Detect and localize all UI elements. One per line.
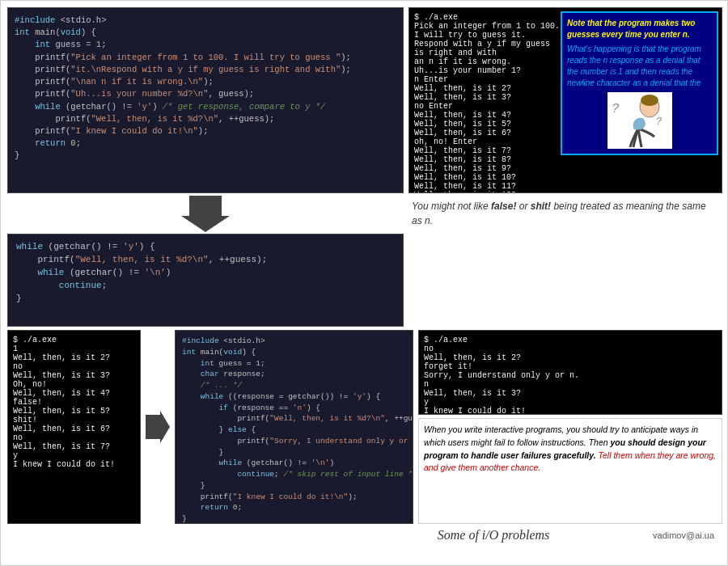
terminal-line: Well, then, is it 2? [414,84,564,93]
bottom-mid-code-block: #include <stdio.h> int main(void) { int … [175,330,413,524]
terminal-line: Well, then, is it 7? [13,442,135,451]
middle-right-spacer [408,234,722,327]
top-code-block: #include <stdio.h> int main(void) { int … [7,7,404,193]
terminal-line: n [424,380,717,389]
terminal-line: Uh...is your number 1? [414,66,564,75]
terminal-line: Sorry, I understand only y or n. [424,371,717,380]
terminal-line: Oh, no! [13,380,135,389]
terminal-line: Well, then, is it 10? [414,173,564,182]
terminal-line: Well, then, is it 12? [414,191,564,193]
terminal-line: Well, then, is it 4? [414,111,564,120]
caption-row: Some of i/O problems vadimov@ai.ua [7,524,722,547]
person-thinking-image: ? ? [607,92,672,149]
svg-text:?: ? [656,116,662,128]
terminal-line: $ ./a.exe [13,336,135,344]
page-email: vadimov@ai.ua [653,530,714,540]
terminal-line: Well, then, is it 3? [424,389,717,398]
terminal-line: no [13,362,135,371]
italic-note-middle: You might not like false! or shit! being… [404,199,722,228]
terminal-top-lines: $ ./a.exe Pick an integer from 1 to 100.… [414,13,564,193]
terminal-line: n Enter [414,75,564,84]
terminal-line: Well, then, is it 5? [414,120,564,129]
page-caption: Some of i/O problems [334,528,653,543]
terminal-line: no [13,433,135,442]
middle-code-block: while (getchar() != 'y') { printf("Well,… [7,234,404,327]
top-row: #include <stdio.h> int main(void) { int … [7,7,722,193]
terminal-line: y [13,451,135,460]
bottom-right-area: $ ./a.exe no Well, then, is it 2? forget… [418,330,722,524]
terminal-line: false! [13,398,135,407]
note-title: Note that the program makes two guesses … [567,18,712,40]
terminal-line: I knew I could do it! [13,460,135,469]
svg-point-2 [641,95,658,106]
terminal-line: Pick an integer from 1 to 100. I will tr… [414,22,564,40]
terminal-line: Well, then, is it 2? [13,353,135,362]
terminal-bottom-left: $ ./a.exe 1 Well, then, is it 2? no Well… [7,330,141,524]
svg-text:?: ? [612,102,620,116]
terminal-line: Well, then, is it 2? [424,353,717,362]
terminal-bottom-right: $ ./a.exe no Well, then, is it 2? forget… [418,330,722,415]
terminal-line: Well, then, is it 3? [414,93,564,102]
terminal-line: $ ./a.exe [414,13,564,22]
terminal-line: no [424,344,717,353]
terminal-line: Well, then, is it 6? [13,424,135,433]
terminal-line: 1 [13,344,135,353]
middle-row: while (getchar() != 'y') { printf("Well,… [7,234,722,327]
terminal-line: Well, then, is it 11? [414,182,564,191]
terminal-line: y [424,398,717,407]
terminal-line: shit! [13,416,135,424]
arrow-right-container [146,330,170,524]
terminal-line: forget it! [424,362,717,371]
main-container: #include <stdio.h> int main(void) { int … [1,1,728,566]
terminal-line: Well, then, is it 4? [13,389,135,398]
terminal-line: an n if it is wrong. [414,57,564,66]
note-body: What's happening is that the program rea… [567,44,712,89]
terminal-line: Well, then, is it 7? [414,146,564,155]
bottom-row: $ ./a.exe 1 Well, then, is it 2? no Well… [7,330,722,524]
terminal-line: Well, then, is it 5? [13,407,135,416]
terminal-line: no Enter [414,102,564,111]
arrow-down-container [7,196,404,232]
terminal-line: oh, no! Enter [414,137,564,146]
terminal-line: $ ./a.exe [424,336,717,344]
svg-marker-5 [181,196,230,232]
terminal-line: Well, then, is it 8? [414,155,564,164]
svg-marker-6 [146,411,170,443]
terminal-line: Respond with a y if my guess is right an… [414,40,564,57]
info-box-bottom: When you write interactive programs, you… [418,418,722,524]
note-box: Note that the program makes two guesses … [561,11,718,155]
terminal-line: I knew I could do it! [424,407,717,415]
arrow-row: You might not like false! or shit! being… [7,193,722,234]
terminal-line: Well, then, is it 3? [13,371,135,380]
terminal-line: Well, then, is it 9? [414,164,564,173]
terminal-top-right: $ ./a.exe Pick an integer from 1 to 100.… [408,7,722,193]
terminal-line: Well, then, is it 6? [414,129,564,137]
